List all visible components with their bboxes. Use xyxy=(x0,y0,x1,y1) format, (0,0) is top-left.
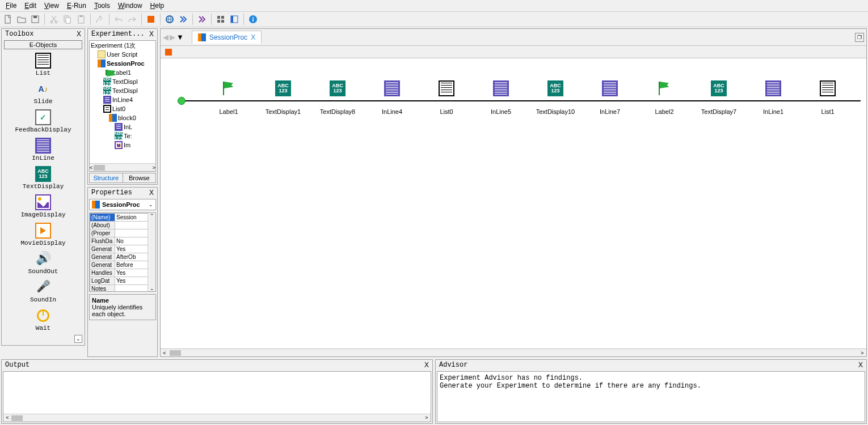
advisor-close-button[interactable]: X xyxy=(858,361,863,369)
proc-item-label1[interactable]: Label1 xyxy=(206,80,251,115)
tree-node[interactable]: List0 xyxy=(90,104,155,113)
properties-object-selector[interactable]: SessionProc ⌄ xyxy=(89,199,156,210)
canvas-tab-sessionproc[interactable]: SessionProc X xyxy=(192,31,262,44)
info-button[interactable]: i xyxy=(247,14,259,25)
toolbox-title: Toolbox xyxy=(5,30,33,38)
property-row[interactable]: HandlesYes xyxy=(90,269,155,277)
proc-item-label2[interactable]: Label2 xyxy=(642,80,687,115)
proc-item-inline4[interactable]: InLine4 xyxy=(369,80,415,115)
property-row[interactable]: Notes xyxy=(90,285,155,292)
new-file-button[interactable] xyxy=(2,14,14,25)
properties-vscroll[interactable]: ⌃⌄ xyxy=(148,213,155,291)
toolbox-item-list[interactable]: List xyxy=(3,53,83,76)
proc-icon xyxy=(98,60,106,67)
tree-root[interactable]: Experiment (1次 xyxy=(90,41,155,50)
tree-node[interactable]: User Script xyxy=(90,50,155,59)
toolbox-close-button[interactable]: X xyxy=(77,30,81,38)
tree-node[interactable]: ABC123TextDispl xyxy=(90,86,155,95)
layout-button[interactable] xyxy=(229,14,240,25)
toolbox-category-header[interactable]: E-Objects xyxy=(4,40,82,49)
proc-item-list0[interactable]: List0 xyxy=(424,80,469,115)
property-row[interactable]: FlushDaNo xyxy=(90,237,155,245)
nav-back-icon[interactable]: ◀ xyxy=(163,33,168,41)
proc-item-textdisplay8[interactable]: ABC123TextDisplay8 xyxy=(315,80,360,115)
grid-button[interactable] xyxy=(215,14,226,25)
redo-button[interactable] xyxy=(127,14,138,25)
property-row[interactable]: (About) xyxy=(90,222,155,230)
property-row[interactable]: GeneratAfterOb xyxy=(90,253,155,261)
properties-close-button[interactable]: X xyxy=(149,189,154,197)
tree-node[interactable]: InL xyxy=(90,122,155,131)
proc-item-inline7[interactable]: InLine7 xyxy=(587,80,633,115)
proc-item-textdisplay1[interactable]: ABC123TextDisplay1 xyxy=(260,80,306,115)
output-body[interactable]: <> xyxy=(3,371,431,422)
menu-window[interactable]: Window xyxy=(115,1,146,10)
output-title: Output xyxy=(5,361,30,369)
debug-button[interactable] xyxy=(196,14,208,25)
output-close-button[interactable]: X xyxy=(424,361,429,369)
menu-edit[interactable]: Edit xyxy=(21,1,40,10)
run-button[interactable] xyxy=(94,14,106,25)
copy-button[interactable] xyxy=(62,14,73,25)
menu-help[interactable]: Help xyxy=(147,1,168,10)
toolbox-item-soundout[interactable]: 🔊SoundOut xyxy=(3,251,83,275)
tree-node[interactable]: Im xyxy=(90,141,155,150)
object-button[interactable] xyxy=(164,14,175,25)
canvas-tool-button[interactable] xyxy=(163,46,174,58)
fb-icon: ✓ xyxy=(35,109,51,125)
menu-file[interactable]: File xyxy=(2,1,20,10)
toolbox-scroll-down[interactable]: ⌄ xyxy=(74,335,82,343)
run-exp-button[interactable] xyxy=(178,14,189,25)
undo-button[interactable] xyxy=(113,14,124,25)
toolbox-item-moviedisplay[interactable]: MovieDisplay xyxy=(3,223,83,246)
tree-node[interactable]: ABC123TextDispl xyxy=(90,77,155,86)
output-hscroll[interactable]: <> xyxy=(3,414,431,422)
generate-button[interactable] xyxy=(145,14,157,25)
toolbox-item-textdisplay[interactable]: ABC123TextDisplay xyxy=(3,166,83,190)
tree-hscroll[interactable]: <> xyxy=(90,163,155,171)
save-button[interactable] xyxy=(30,14,41,25)
proc-item-inline5[interactable]: InLine5 xyxy=(478,80,524,115)
property-row[interactable]: (Name)Session xyxy=(90,214,155,222)
menu-view[interactable]: View xyxy=(41,1,62,10)
property-row[interactable]: (Proper xyxy=(90,230,155,237)
proc-item-inline1[interactable]: InLine1 xyxy=(751,80,796,115)
properties-help-title: Name xyxy=(92,297,153,304)
toolbox-item-wait[interactable]: Wait xyxy=(3,308,83,332)
property-row[interactable]: GeneratYes xyxy=(90,245,155,253)
menu-tools[interactable]: Tools xyxy=(91,1,113,10)
tab-structure[interactable]: Structure xyxy=(90,173,123,182)
toolbox-item-slide[interactable]: A♪Slide xyxy=(3,81,83,105)
experiment-close-button[interactable]: X xyxy=(149,30,154,38)
tree-node[interactable]: block0 xyxy=(90,113,155,122)
tab-browse[interactable]: Browse xyxy=(123,173,156,182)
tree-node[interactable]: ABC123Te: xyxy=(90,131,155,141)
tree-node[interactable]: Label1 xyxy=(90,68,155,77)
nav-fwd-icon[interactable]: ▶ xyxy=(170,33,175,41)
proc-item-list1[interactable]: List1 xyxy=(805,80,850,115)
canvas-tab-close[interactable]: X xyxy=(251,33,255,41)
toolbox-item-inline[interactable]: InLine xyxy=(3,138,83,162)
paste-button[interactable] xyxy=(75,14,87,25)
proc-item-textdisplay7[interactable]: ABC123TextDisplay7 xyxy=(696,80,741,115)
canvas-hscroll[interactable]: <> xyxy=(161,348,866,356)
property-row[interactable]: GeneratBefore xyxy=(90,261,155,269)
nav-down-icon[interactable]: ▼ xyxy=(176,33,184,41)
tree-node[interactable]: InLine4 xyxy=(90,95,155,104)
open-file-button[interactable] xyxy=(16,14,27,25)
toolbox-item-feedbackdisplay[interactable]: ✓FeedbackDisplay xyxy=(3,109,83,133)
advisor-title: Advisor xyxy=(439,361,467,369)
cut-button[interactable] xyxy=(48,14,60,25)
properties-grid[interactable]: (Name)Session(About)(ProperFlushDaNoGene… xyxy=(89,212,156,292)
property-row[interactable]: LogDatYes xyxy=(90,277,155,285)
properties-object-name: SessionProc xyxy=(102,201,140,208)
restore-window-button[interactable]: ❐ xyxy=(855,33,864,42)
chevron-down-icon: ⌄ xyxy=(149,202,153,207)
menu-e-run[interactable]: E-Run xyxy=(64,1,90,10)
experiment-tree[interactable]: Experiment (1次User ScriptSessionProcLabe… xyxy=(89,40,156,172)
toolbox-item-imagedisplay[interactable]: ImageDisplay xyxy=(3,194,83,218)
proc-item-textdisplay10[interactable]: ABC123TextDisplay10 xyxy=(533,80,578,115)
toolbox-item-soundin[interactable]: 🎤SoundIn xyxy=(3,279,83,303)
tree-node[interactable]: SessionProc xyxy=(90,59,155,68)
procedure-canvas[interactable]: Label1ABC123TextDisplay1ABC123TextDispla… xyxy=(161,58,866,348)
